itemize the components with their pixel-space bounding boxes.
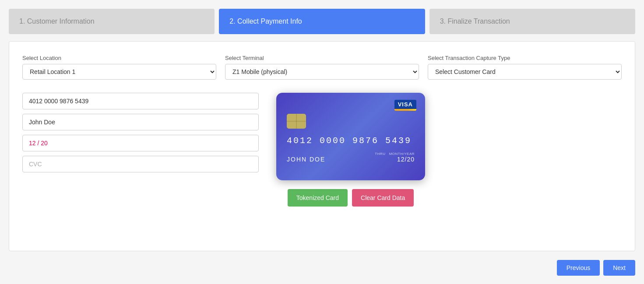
previous-button[interactable]: Previous [557,260,600,276]
capture-type-group: Select Transaction Capture Type Select C… [428,55,622,80]
capture-type-select[interactable]: Select Customer Card Manual Entry [428,64,622,80]
cvc-input[interactable] [22,156,259,172]
footer-navigation: Previous Next [9,260,635,276]
card-column: VISA 4012 0000 9876 5439 JOHN DOE THRU [276,93,425,207]
expiry-input[interactable] [22,135,259,151]
credit-card-visual: VISA 4012 0000 9876 5439 JOHN DOE THRU [276,93,425,180]
card-action-buttons: Tokenized Card Clear Card Data [288,189,414,207]
step-3[interactable]: 3. Finalize Transaction [429,9,635,34]
card-visual-number: 4012 0000 9876 5439 [287,136,415,146]
card-expiry-group: THRU MONTH/YEAR 12/20 [375,152,415,163]
card-chip [287,114,306,129]
card-bottom-row: JOHN DOE THRU MONTH/YEAR 12/20 [287,152,415,163]
step-3-label: 3. Finalize Transaction [440,18,510,25]
visa-logo: VISA [394,100,416,111]
location-select[interactable]: Retail Location 1 Retail Location 2 [22,64,216,80]
step-2[interactable]: 2. Collect Payment Info [219,9,425,34]
next-button[interactable]: Next [603,260,635,276]
steps-container: 1. Customer Information 2. Collect Payme… [9,9,635,34]
main-content: Select Location Retail Location 1 Retail… [9,41,635,251]
capture-type-label: Select Transaction Capture Type [428,55,622,61]
content-row: VISA 4012 0000 9876 5439 JOHN DOE THRU [22,93,622,207]
card-expiry-value: 12/20 [375,156,415,163]
location-label: Select Location [22,55,216,61]
step-1[interactable]: 1. Customer Information [9,9,215,34]
thru-text: THRU [375,152,385,156]
visa-stripe [394,109,416,111]
location-group: Select Location Retail Location 1 Retail… [22,55,216,80]
card-number-input[interactable] [22,93,259,109]
step-1-label: 1. Customer Information [19,18,95,25]
tokenize-button[interactable]: Tokenized Card [288,189,348,207]
terminal-label: Select Terminal [225,55,419,61]
visa-text: VISA [394,100,416,109]
step-2-label: 2. Collect Payment Info [229,18,302,25]
card-visual-name: JOHN DOE [287,156,325,163]
fields-column [22,93,259,172]
select-row: Select Location Retail Location 1 Retail… [22,55,622,80]
terminal-select[interactable]: Z1 Mobile (physical) Z2 Desktop (physica… [225,64,419,80]
cardholder-name-input[interactable] [22,114,259,130]
card-expiry-label: THRU MONTH/YEAR [375,152,415,156]
month-year-text: MONTH/YEAR [389,152,415,156]
clear-card-button[interactable]: Clear Card Data [352,189,414,207]
terminal-group: Select Terminal Z1 Mobile (physical) Z2 … [225,55,419,80]
